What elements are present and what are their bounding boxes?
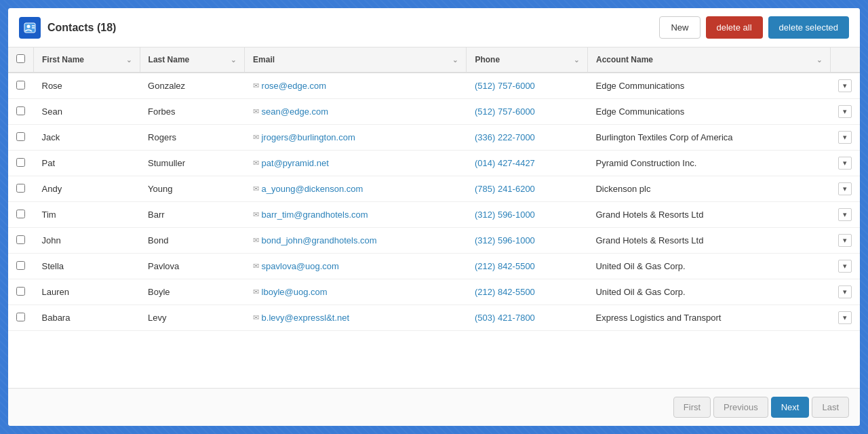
row-checkbox-cell[interactable]	[8, 254, 34, 279]
email-link[interactable]: ✉sean@edge.com	[253, 106, 458, 117]
select-all-checkbox[interactable]	[16, 54, 25, 63]
mail-icon: ✉	[253, 107, 259, 116]
row-email[interactable]: ✉barr_tim@grandhotels.com	[245, 202, 467, 228]
row-action-cell[interactable]: ▾	[830, 254, 860, 279]
email-link[interactable]: ✉rose@edge.com	[253, 81, 458, 91]
new-button[interactable]: New	[659, 16, 700, 39]
row-dropdown-button[interactable]: ▾	[838, 311, 852, 324]
row-phone[interactable]: (512) 757-6000	[467, 99, 588, 125]
row-checkbox-cell[interactable]	[8, 125, 34, 151]
col-account-name[interactable]: Account Name ⌄	[587, 47, 830, 73]
select-all-header[interactable]	[8, 47, 34, 73]
row-phone[interactable]: (512) 757-6000	[467, 73, 588, 99]
col-first-name[interactable]: First Name ⌄	[34, 47, 140, 73]
table-header-row: First Name ⌄ Last Name ⌄ Email ⌄	[8, 47, 860, 73]
row-email[interactable]: ✉rose@edge.com	[245, 73, 467, 99]
row-phone[interactable]: (503) 421-7800	[467, 305, 588, 331]
row-phone[interactable]: (336) 222-7000	[467, 125, 588, 151]
row-action-cell[interactable]: ▾	[830, 151, 860, 176]
row-checkbox-cell[interactable]	[8, 99, 34, 125]
email-link[interactable]: ✉pat@pyramid.net	[253, 158, 458, 168]
row-action-cell[interactable]: ▾	[830, 279, 860, 305]
phone-link[interactable]: (336) 222-7000	[475, 132, 535, 142]
row-checkbox-cell[interactable]	[8, 151, 34, 176]
row-dropdown-button[interactable]: ▾	[838, 234, 852, 247]
row-email[interactable]: ✉bond_john@grandhotels.com	[245, 228, 467, 254]
table-row: Sean Forbes ✉sean@edge.com (512) 757-600…	[8, 99, 860, 125]
row-checkbox-cell[interactable]	[8, 305, 34, 331]
row-email[interactable]: ✉pat@pyramid.net	[245, 151, 467, 176]
email-link[interactable]: ✉barr_tim@grandhotels.com	[253, 210, 458, 220]
row-checkbox-cell[interactable]	[8, 202, 34, 228]
row-dropdown-button[interactable]: ▾	[838, 105, 852, 118]
phone-link[interactable]: (312) 596-1000	[475, 235, 535, 245]
table-row: Babara Levy ✉b.levy@expressl&t.net (503)…	[8, 305, 860, 331]
first-page-button[interactable]: First	[673, 397, 711, 418]
row-checkbox-3[interactable]	[16, 158, 25, 167]
delete-all-button[interactable]: delete all	[706, 16, 763, 39]
row-checkbox-cell[interactable]	[8, 73, 34, 99]
next-page-button[interactable]: Next	[771, 397, 810, 418]
phone-link[interactable]: (512) 757-6000	[475, 106, 535, 117]
row-action-cell[interactable]: ▾	[830, 202, 860, 228]
col-phone[interactable]: Phone ⌄	[467, 47, 588, 73]
row-email[interactable]: ✉sean@edge.com	[245, 99, 467, 125]
delete-selected-button[interactable]: delete selected	[768, 16, 849, 39]
page-title: Contacts (18)	[47, 22, 116, 34]
email-link[interactable]: ✉jrogers@burlington.com	[253, 132, 458, 142]
row-email[interactable]: ✉b.levy@expressl&t.net	[245, 305, 467, 331]
row-email[interactable]: ✉jrogers@burlington.com	[245, 125, 467, 151]
row-dropdown-button[interactable]: ▾	[838, 79, 852, 92]
col-email[interactable]: Email ⌄	[245, 47, 467, 73]
row-checkbox-1[interactable]	[16, 106, 25, 115]
email-link[interactable]: ✉bond_john@grandhotels.com	[253, 235, 458, 245]
row-dropdown-button[interactable]: ▾	[838, 182, 852, 195]
row-phone[interactable]: (212) 842-5500	[467, 254, 588, 279]
previous-page-button[interactable]: Previous	[713, 397, 768, 418]
email-link[interactable]: ✉a_young@dickenson.com	[253, 184, 458, 194]
row-action-cell[interactable]: ▾	[830, 99, 860, 125]
row-dropdown-button[interactable]: ▾	[838, 208, 852, 221]
row-phone[interactable]: (312) 596-1000	[467, 228, 588, 254]
table-row: Rose Gonzalez ✉rose@edge.com (512) 757-6…	[8, 73, 860, 99]
row-checkbox-8[interactable]	[16, 287, 25, 296]
phone-link[interactable]: (785) 241-6200	[475, 184, 535, 194]
row-action-cell[interactable]: ▾	[830, 176, 860, 202]
row-action-cell[interactable]: ▾	[830, 305, 860, 331]
row-dropdown-button[interactable]: ▾	[838, 285, 852, 298]
row-checkbox-6[interactable]	[16, 235, 25, 244]
row-dropdown-button[interactable]: ▾	[838, 131, 852, 144]
email-link[interactable]: ✉b.levy@expressl&t.net	[253, 313, 458, 323]
row-action-cell[interactable]: ▾	[830, 125, 860, 151]
row-checkbox-cell[interactable]	[8, 176, 34, 202]
phone-link[interactable]: (212) 842-5500	[475, 287, 535, 297]
row-checkbox-2[interactable]	[16, 132, 25, 141]
row-checkbox-0[interactable]	[16, 81, 25, 90]
email-link[interactable]: ✉spavlova@uog.com	[253, 261, 458, 271]
email-link[interactable]: ✉lboyle@uog.com	[253, 287, 458, 297]
phone-link[interactable]: (212) 842-5500	[475, 261, 535, 271]
row-phone[interactable]: (014) 427-4427	[467, 151, 588, 176]
row-action-cell[interactable]: ▾	[830, 228, 860, 254]
row-dropdown-button[interactable]: ▾	[838, 260, 852, 273]
row-email[interactable]: ✉lboyle@uog.com	[245, 279, 467, 305]
col-last-name[interactable]: Last Name ⌄	[140, 47, 244, 73]
phone-link[interactable]: (312) 596-1000	[475, 210, 535, 220]
row-phone[interactable]: (212) 842-5500	[467, 279, 588, 305]
row-checkbox-5[interactable]	[16, 210, 25, 218]
row-checkbox-cell[interactable]	[8, 228, 34, 254]
row-action-cell[interactable]: ▾	[830, 73, 860, 99]
row-phone[interactable]: (312) 596-1000	[467, 202, 588, 228]
row-checkbox-4[interactable]	[16, 184, 25, 193]
row-email[interactable]: ✉spavlova@uog.com	[245, 254, 467, 279]
phone-link[interactable]: (503) 421-7800	[475, 313, 535, 323]
last-page-button[interactable]: Last	[812, 397, 849, 418]
row-checkbox-7[interactable]	[16, 261, 25, 270]
phone-link[interactable]: (512) 757-6000	[475, 81, 535, 91]
row-checkbox-9[interactable]	[16, 313, 25, 321]
row-email[interactable]: ✉a_young@dickenson.com	[245, 176, 467, 202]
row-dropdown-button[interactable]: ▾	[838, 157, 852, 170]
row-checkbox-cell[interactable]	[8, 279, 34, 305]
phone-link[interactable]: (014) 427-4427	[475, 158, 535, 168]
row-phone[interactable]: (785) 241-6200	[467, 176, 588, 202]
